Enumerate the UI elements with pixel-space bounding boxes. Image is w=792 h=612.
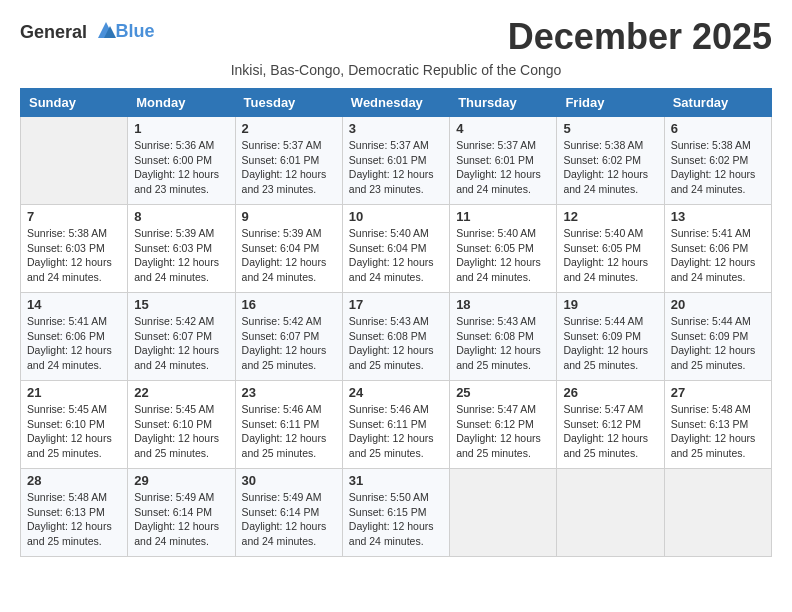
- day-cell: [664, 469, 771, 557]
- day-info: Sunrise: 5:49 AM Sunset: 6:14 PM Dayligh…: [134, 490, 228, 549]
- day-cell: 14Sunrise: 5:41 AM Sunset: 6:06 PM Dayli…: [21, 293, 128, 381]
- day-info: Sunrise: 5:43 AM Sunset: 6:08 PM Dayligh…: [349, 314, 443, 373]
- day-number: 3: [349, 121, 443, 136]
- day-number: 20: [671, 297, 765, 312]
- day-number: 8: [134, 209, 228, 224]
- day-info: Sunrise: 5:44 AM Sunset: 6:09 PM Dayligh…: [563, 314, 657, 373]
- day-info: Sunrise: 5:39 AM Sunset: 6:03 PM Dayligh…: [134, 226, 228, 285]
- day-info: Sunrise: 5:48 AM Sunset: 6:13 PM Dayligh…: [671, 402, 765, 461]
- day-number: 12: [563, 209, 657, 224]
- day-cell: 5Sunrise: 5:38 AM Sunset: 6:02 PM Daylig…: [557, 117, 664, 205]
- day-cell: 15Sunrise: 5:42 AM Sunset: 6:07 PM Dayli…: [128, 293, 235, 381]
- day-number: 28: [27, 473, 121, 488]
- day-info: Sunrise: 5:46 AM Sunset: 6:11 PM Dayligh…: [242, 402, 336, 461]
- day-cell: 4Sunrise: 5:37 AM Sunset: 6:01 PM Daylig…: [450, 117, 557, 205]
- day-cell: 9Sunrise: 5:39 AM Sunset: 6:04 PM Daylig…: [235, 205, 342, 293]
- day-cell: 30Sunrise: 5:49 AM Sunset: 6:14 PM Dayli…: [235, 469, 342, 557]
- day-info: Sunrise: 5:37 AM Sunset: 6:01 PM Dayligh…: [349, 138, 443, 197]
- calendar-table: SundayMondayTuesdayWednesdayThursdayFrid…: [20, 88, 772, 557]
- day-info: Sunrise: 5:42 AM Sunset: 6:07 PM Dayligh…: [134, 314, 228, 373]
- day-cell: 31Sunrise: 5:50 AM Sunset: 6:15 PM Dayli…: [342, 469, 449, 557]
- day-cell: 16Sunrise: 5:42 AM Sunset: 6:07 PM Dayli…: [235, 293, 342, 381]
- day-cell: 28Sunrise: 5:48 AM Sunset: 6:13 PM Dayli…: [21, 469, 128, 557]
- day-info: Sunrise: 5:44 AM Sunset: 6:09 PM Dayligh…: [671, 314, 765, 373]
- day-number: 13: [671, 209, 765, 224]
- weekday-header-friday: Friday: [557, 89, 664, 117]
- weekday-header-thursday: Thursday: [450, 89, 557, 117]
- day-number: 16: [242, 297, 336, 312]
- weekday-header-monday: Monday: [128, 89, 235, 117]
- day-cell: 17Sunrise: 5:43 AM Sunset: 6:08 PM Dayli…: [342, 293, 449, 381]
- day-cell: 11Sunrise: 5:40 AM Sunset: 6:05 PM Dayli…: [450, 205, 557, 293]
- day-cell: 7Sunrise: 5:38 AM Sunset: 6:03 PM Daylig…: [21, 205, 128, 293]
- day-number: 24: [349, 385, 443, 400]
- weekday-header-saturday: Saturday: [664, 89, 771, 117]
- logo: General Blue: [20, 20, 155, 43]
- month-title: December 2025: [508, 16, 772, 58]
- day-cell: 18Sunrise: 5:43 AM Sunset: 6:08 PM Dayli…: [450, 293, 557, 381]
- day-info: Sunrise: 5:47 AM Sunset: 6:12 PM Dayligh…: [456, 402, 550, 461]
- logo-general: General: [20, 22, 87, 42]
- day-number: 21: [27, 385, 121, 400]
- day-info: Sunrise: 5:46 AM Sunset: 6:11 PM Dayligh…: [349, 402, 443, 461]
- day-info: Sunrise: 5:43 AM Sunset: 6:08 PM Dayligh…: [456, 314, 550, 373]
- day-number: 30: [242, 473, 336, 488]
- day-info: Sunrise: 5:45 AM Sunset: 6:10 PM Dayligh…: [27, 402, 121, 461]
- day-info: Sunrise: 5:45 AM Sunset: 6:10 PM Dayligh…: [134, 402, 228, 461]
- header: General Blue December 2025: [20, 16, 772, 58]
- day-info: Sunrise: 5:39 AM Sunset: 6:04 PM Dayligh…: [242, 226, 336, 285]
- day-info: Sunrise: 5:38 AM Sunset: 6:02 PM Dayligh…: [563, 138, 657, 197]
- day-info: Sunrise: 5:37 AM Sunset: 6:01 PM Dayligh…: [456, 138, 550, 197]
- day-info: Sunrise: 5:47 AM Sunset: 6:12 PM Dayligh…: [563, 402, 657, 461]
- week-row-5: 28Sunrise: 5:48 AM Sunset: 6:13 PM Dayli…: [21, 469, 772, 557]
- day-info: Sunrise: 5:40 AM Sunset: 6:05 PM Dayligh…: [563, 226, 657, 285]
- week-row-1: 1Sunrise: 5:36 AM Sunset: 6:00 PM Daylig…: [21, 117, 772, 205]
- day-number: 10: [349, 209, 443, 224]
- day-number: 14: [27, 297, 121, 312]
- day-info: Sunrise: 5:48 AM Sunset: 6:13 PM Dayligh…: [27, 490, 121, 549]
- day-number: 18: [456, 297, 550, 312]
- day-number: 2: [242, 121, 336, 136]
- day-info: Sunrise: 5:42 AM Sunset: 6:07 PM Dayligh…: [242, 314, 336, 373]
- day-info: Sunrise: 5:50 AM Sunset: 6:15 PM Dayligh…: [349, 490, 443, 549]
- day-cell: 27Sunrise: 5:48 AM Sunset: 6:13 PM Dayli…: [664, 381, 771, 469]
- day-info: Sunrise: 5:37 AM Sunset: 6:01 PM Dayligh…: [242, 138, 336, 197]
- day-info: Sunrise: 5:36 AM Sunset: 6:00 PM Dayligh…: [134, 138, 228, 197]
- day-cell: 22Sunrise: 5:45 AM Sunset: 6:10 PM Dayli…: [128, 381, 235, 469]
- day-number: 23: [242, 385, 336, 400]
- weekday-header-row: SundayMondayTuesdayWednesdayThursdayFrid…: [21, 89, 772, 117]
- day-number: 29: [134, 473, 228, 488]
- day-number: 15: [134, 297, 228, 312]
- day-number: 1: [134, 121, 228, 136]
- day-info: Sunrise: 5:38 AM Sunset: 6:03 PM Dayligh…: [27, 226, 121, 285]
- day-cell: 24Sunrise: 5:46 AM Sunset: 6:11 PM Dayli…: [342, 381, 449, 469]
- day-info: Sunrise: 5:40 AM Sunset: 6:04 PM Dayligh…: [349, 226, 443, 285]
- day-info: Sunrise: 5:49 AM Sunset: 6:14 PM Dayligh…: [242, 490, 336, 549]
- day-number: 17: [349, 297, 443, 312]
- weekday-header-tuesday: Tuesday: [235, 89, 342, 117]
- day-number: 27: [671, 385, 765, 400]
- day-info: Sunrise: 5:41 AM Sunset: 6:06 PM Dayligh…: [27, 314, 121, 373]
- day-cell: [557, 469, 664, 557]
- day-cell: 8Sunrise: 5:39 AM Sunset: 6:03 PM Daylig…: [128, 205, 235, 293]
- day-info: Sunrise: 5:38 AM Sunset: 6:02 PM Dayligh…: [671, 138, 765, 197]
- day-cell: 1Sunrise: 5:36 AM Sunset: 6:00 PM Daylig…: [128, 117, 235, 205]
- day-cell: 12Sunrise: 5:40 AM Sunset: 6:05 PM Dayli…: [557, 205, 664, 293]
- day-cell: 10Sunrise: 5:40 AM Sunset: 6:04 PM Dayli…: [342, 205, 449, 293]
- day-cell: 19Sunrise: 5:44 AM Sunset: 6:09 PM Dayli…: [557, 293, 664, 381]
- day-cell: 3Sunrise: 5:37 AM Sunset: 6:01 PM Daylig…: [342, 117, 449, 205]
- day-cell: [21, 117, 128, 205]
- day-cell: 21Sunrise: 5:45 AM Sunset: 6:10 PM Dayli…: [21, 381, 128, 469]
- day-number: 22: [134, 385, 228, 400]
- day-cell: 6Sunrise: 5:38 AM Sunset: 6:02 PM Daylig…: [664, 117, 771, 205]
- day-cell: 26Sunrise: 5:47 AM Sunset: 6:12 PM Dayli…: [557, 381, 664, 469]
- day-number: 7: [27, 209, 121, 224]
- subtitle: Inkisi, Bas-Congo, Democratic Republic o…: [20, 62, 772, 78]
- weekday-header-wednesday: Wednesday: [342, 89, 449, 117]
- week-row-2: 7Sunrise: 5:38 AM Sunset: 6:03 PM Daylig…: [21, 205, 772, 293]
- day-cell: 13Sunrise: 5:41 AM Sunset: 6:06 PM Dayli…: [664, 205, 771, 293]
- day-number: 4: [456, 121, 550, 136]
- day-number: 19: [563, 297, 657, 312]
- day-cell: 20Sunrise: 5:44 AM Sunset: 6:09 PM Dayli…: [664, 293, 771, 381]
- logo-blue: Blue: [116, 21, 155, 41]
